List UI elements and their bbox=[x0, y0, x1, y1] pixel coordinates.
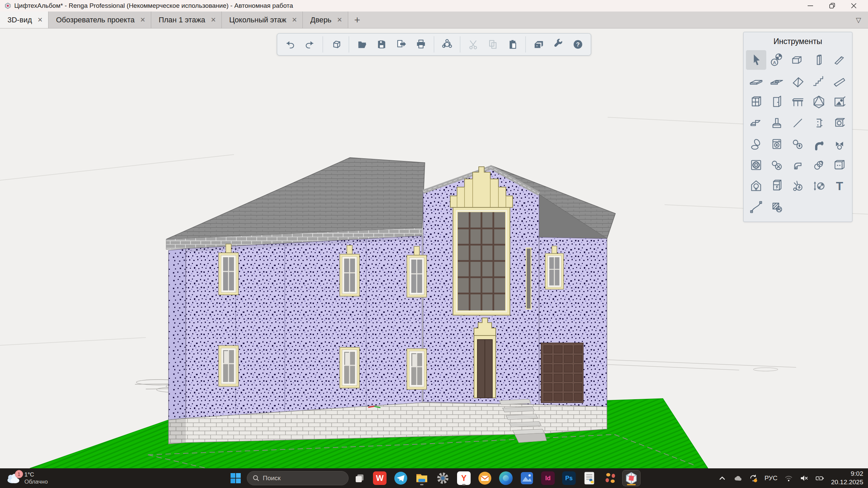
minimize-button[interactable] bbox=[800, 0, 821, 11]
save-button[interactable] bbox=[373, 36, 391, 53]
port-icon bbox=[811, 115, 827, 131]
cut-button bbox=[465, 36, 482, 53]
tool-pipe-fitting[interactable] bbox=[809, 134, 829, 154]
tool-vent-unit[interactable] bbox=[746, 155, 766, 175]
paste-button[interactable] bbox=[504, 36, 521, 53]
redo-button[interactable] bbox=[301, 36, 319, 53]
help-button[interactable]: ? bbox=[569, 36, 587, 53]
viewport-3d[interactable]: ? Инструменты AT bbox=[0, 28, 868, 468]
close-tab-icon[interactable]: ✕ bbox=[37, 16, 43, 24]
tool-socket[interactable] bbox=[829, 155, 850, 175]
tool-pipe-accessory[interactable] bbox=[829, 134, 850, 154]
tool-spline[interactable] bbox=[746, 197, 766, 217]
start-button[interactable] bbox=[228, 470, 243, 486]
tool-floor[interactable] bbox=[746, 71, 766, 91]
search-input[interactable]: Поиск bbox=[247, 471, 349, 485]
tab-3D-вид[interactable]: 3D-вид✕ bbox=[0, 12, 48, 28]
tool-line[interactable] bbox=[788, 113, 808, 133]
taskbar-app-wps-office[interactable]: W bbox=[371, 470, 389, 486]
tool-opening[interactable] bbox=[767, 71, 787, 91]
taskbar-app-telegram[interactable] bbox=[392, 470, 410, 486]
tool-model-image[interactable] bbox=[829, 92, 850, 112]
tool-electric-panel[interactable] bbox=[767, 176, 787, 196]
export-button[interactable] bbox=[393, 36, 410, 53]
onedrive-icon[interactable] bbox=[733, 468, 742, 488]
tool-hatch[interactable] bbox=[767, 197, 787, 217]
tool-dimension[interactable] bbox=[809, 176, 829, 196]
weather-badge: 1 bbox=[15, 470, 23, 478]
wiring-icon bbox=[790, 178, 806, 194]
tool-measure[interactable]: A bbox=[767, 50, 787, 70]
tool-light[interactable] bbox=[746, 176, 766, 196]
tab-План 1 этажа[interactable]: План 1 этажа✕ bbox=[151, 12, 222, 28]
taskbar-app-app-dots[interactable] bbox=[601, 470, 619, 486]
tool-stairs[interactable] bbox=[809, 71, 829, 91]
volume-muted-icon[interactable] bbox=[800, 468, 809, 488]
view-3d-button[interactable] bbox=[327, 36, 345, 53]
taskbar-app-yandex-mail[interactable] bbox=[476, 470, 494, 486]
weather-widget[interactable]: 1 1°C Облачно bbox=[3, 468, 51, 488]
tool-equipment[interactable] bbox=[829, 113, 850, 133]
tab-Цокольный этаж[interactable]: Цокольный этаж✕ bbox=[222, 12, 303, 28]
tool-duct-accessory[interactable] bbox=[809, 155, 829, 175]
tool-column[interactable] bbox=[809, 50, 829, 70]
close-tab-icon[interactable]: ✕ bbox=[140, 16, 145, 24]
tool-text[interactable]: T bbox=[829, 176, 850, 196]
tray-expand-button[interactable] bbox=[718, 468, 727, 488]
taskbar-app-python-file[interactable] bbox=[581, 470, 598, 486]
clock[interactable]: 9:02 20.12.2025 bbox=[831, 470, 863, 486]
taskbar-app-settings[interactable] bbox=[434, 470, 452, 486]
battery-charging-icon[interactable] bbox=[815, 468, 824, 488]
print-button[interactable] bbox=[412, 36, 430, 53]
tool-roof[interactable] bbox=[788, 71, 808, 91]
tool-wiring[interactable] bbox=[788, 176, 808, 196]
undo-button[interactable] bbox=[281, 36, 299, 53]
tool-foundation[interactable] bbox=[767, 113, 787, 133]
tab-Дверь[interactable]: Дверь✕ bbox=[303, 12, 348, 28]
close-tab-icon[interactable]: ✕ bbox=[337, 16, 342, 24]
taskbar-app-indesign[interactable]: Id bbox=[539, 470, 557, 486]
tool-beam[interactable] bbox=[829, 50, 850, 70]
title-bar: ЦифтехАльбом* - Renga Professional (Неко… bbox=[0, 0, 868, 12]
tools-panel: Инструменты AT bbox=[743, 32, 852, 222]
open-button[interactable] bbox=[353, 36, 371, 53]
tab-overflow-button[interactable]: ▽ bbox=[849, 12, 868, 28]
tool-duct-fitting[interactable] bbox=[788, 155, 808, 175]
taskbar-app-yandex-browser[interactable]: Y bbox=[455, 470, 473, 486]
tool-duct-system[interactable] bbox=[767, 155, 787, 175]
tool-wall[interactable] bbox=[788, 50, 808, 70]
wifi-icon[interactable] bbox=[784, 468, 793, 488]
language-indicator[interactable]: РУС bbox=[765, 468, 777, 488]
close-button[interactable] bbox=[843, 0, 865, 11]
tool-ramp[interactable] bbox=[829, 71, 850, 91]
wrench-button[interactable] bbox=[550, 36, 567, 53]
taskbar-app-edge[interactable] bbox=[497, 470, 515, 486]
svg-text:A: A bbox=[773, 60, 776, 65]
close-tab-icon[interactable]: ✕ bbox=[211, 16, 216, 24]
sync-status-icon[interactable] bbox=[749, 468, 758, 488]
tool-assembly[interactable] bbox=[788, 92, 808, 112]
tool-profile[interactable] bbox=[746, 113, 766, 133]
new-tab-button[interactable]: + bbox=[348, 12, 367, 28]
tool-select[interactable] bbox=[746, 50, 766, 70]
profile-icon bbox=[748, 115, 764, 131]
taskbar-app-photos[interactable] bbox=[518, 470, 536, 486]
taskbar-app-photoshop[interactable]: Ps bbox=[560, 470, 578, 486]
tool-element[interactable] bbox=[809, 92, 829, 112]
tool-appliance[interactable] bbox=[767, 134, 787, 154]
tool-door[interactable] bbox=[767, 92, 787, 112]
taskbar-app-renga[interactable] bbox=[623, 470, 640, 486]
roof-icon bbox=[790, 73, 806, 89]
restore-button[interactable] bbox=[821, 0, 843, 11]
stairs-icon bbox=[811, 73, 827, 89]
tool-sanitary[interactable] bbox=[746, 134, 766, 154]
drawings-button[interactable] bbox=[530, 36, 548, 53]
tab-Обозреватель проекта[interactable]: Обозреватель проекта✕ bbox=[48, 12, 151, 28]
tool-window[interactable] bbox=[746, 92, 766, 112]
tool-pipe-system[interactable] bbox=[788, 134, 808, 154]
tool-port[interactable] bbox=[809, 113, 829, 133]
taskbar-app-file-explorer[interactable] bbox=[413, 470, 431, 486]
close-tab-icon[interactable]: ✕ bbox=[292, 16, 297, 24]
orbit-button[interactable] bbox=[438, 36, 456, 53]
task-view-button[interactable] bbox=[352, 470, 368, 486]
